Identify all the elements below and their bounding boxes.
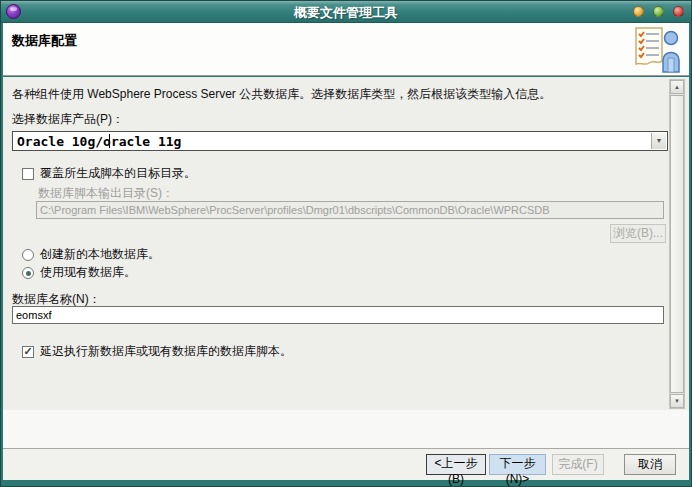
wizard-banner-icon [633, 25, 683, 77]
create-new-database-radio-row[interactable]: 创建新的本地数据库。 [22, 246, 160, 263]
database-product-value: Oracle 10g/oracle 11g [17, 133, 181, 150]
delay-scripts-label: 延迟执行新数据库或现有数据库的数据库脚本。 [40, 343, 292, 360]
override-target-label: 覆盖所生成脚本的目标目录。 [40, 165, 196, 182]
use-existing-database-label: 使用现有数据库。 [40, 264, 136, 281]
minimize-button[interactable] [633, 6, 644, 17]
scrollbar-thumb[interactable] [670, 95, 684, 393]
cancel-button[interactable]: 取消 [624, 454, 676, 475]
chevron-down-icon[interactable]: ▼ [651, 133, 666, 149]
use-existing-database-radio-row[interactable]: 使用现有数据库。 [22, 264, 136, 281]
text-caret [109, 134, 110, 148]
close-button[interactable] [673, 6, 684, 17]
scroll-down-icon[interactable]: ▼ [670, 394, 684, 408]
page-title: 数据库配置 [12, 32, 77, 50]
wizard-header: 数据库配置 [3, 23, 689, 76]
check-icon: ✓ [23, 345, 32, 357]
database-name-input[interactable] [12, 306, 664, 324]
override-target-checkbox[interactable] [22, 168, 34, 180]
window-title: 概要文件管理工具 [1, 4, 691, 22]
vertical-scrollbar[interactable]: ▲ ▼ [669, 79, 685, 409]
override-target-checkbox-row[interactable]: 覆盖所生成脚本的目标目录。 [22, 165, 196, 182]
database-config-panel: 各种组件使用 WebSphere Process Server 公共数据库。选择… [3, 77, 689, 410]
lower-strip [3, 410, 689, 448]
profile-management-tool-window: 概要文件管理工具 数据库配置 [0, 0, 692, 487]
script-dir-field [36, 201, 664, 219]
finish-button: 完成(F) [552, 454, 604, 475]
next-button[interactable]: 下一步(N)> [489, 454, 546, 475]
maximize-button[interactable] [653, 6, 664, 17]
create-new-database-label: 创建新的本地数据库。 [40, 246, 160, 263]
browse-button: 浏览(B)... [610, 224, 666, 243]
description-text: 各种组件使用 WebSphere Process Server 公共数据库。选择… [12, 86, 657, 103]
wizard-button-bar: <上一步(B) 下一步(N)> 完成(F) 取消 [3, 448, 689, 480]
delay-scripts-checkbox-row[interactable]: ✓ 延迟执行新数据库或现有数据库的数据库脚本。 [22, 343, 292, 360]
use-existing-database-radio[interactable] [22, 267, 34, 279]
create-new-database-radio[interactable] [22, 249, 34, 261]
delay-scripts-checkbox[interactable]: ✓ [22, 346, 34, 358]
database-product-combobox[interactable]: Oracle 10g/oracle 11g ▼ [12, 131, 668, 151]
scroll-up-icon[interactable]: ▲ [670, 80, 684, 94]
database-product-label: 选择数据库产品(P)： [12, 111, 124, 128]
script-dir-label: 数据库脚本输出目录(S)： [38, 185, 174, 202]
back-button[interactable]: <上一步(B) [426, 454, 486, 475]
window-controls [633, 6, 684, 17]
titlebar[interactable]: 概要文件管理工具 [1, 1, 691, 23]
